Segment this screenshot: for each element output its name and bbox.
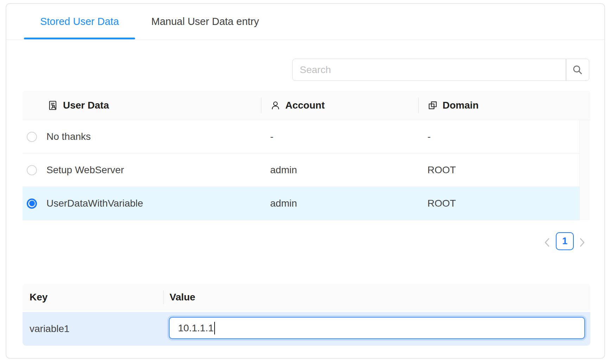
kv-table-row: variable1 10.1.1.1 (23, 312, 590, 346)
search-input[interactable] (292, 59, 566, 81)
column-divider (261, 98, 261, 113)
page-number: 1 (562, 236, 567, 247)
tab-label: Stored User Data (40, 16, 119, 27)
cell-user-data: No thanks (46, 131, 91, 142)
column-label: Account (285, 100, 325, 111)
pagination-next-button[interactable] (577, 235, 587, 250)
column-header-key: Key (23, 284, 163, 311)
chevron-right-icon (579, 238, 585, 247)
pagination-prev-button[interactable] (542, 235, 552, 250)
column-header-domain: Domain (418, 91, 590, 120)
tab-label: Manual User Data entry (151, 16, 259, 27)
table-header: User Data Account Domain (23, 91, 590, 120)
table-row-setup-webserver[interactable]: Setup WebServer admin ROOT (23, 154, 579, 187)
column-header-account: Account (261, 91, 418, 120)
cell-domain: ROOT (418, 154, 579, 187)
cell-domain: - (418, 120, 579, 153)
cell-key: variable1 (23, 323, 163, 334)
user-icon (270, 100, 281, 111)
table-scrollbar-track[interactable] (579, 120, 590, 220)
pagination-page-1[interactable]: 1 (556, 232, 574, 250)
cell-account: admin (261, 154, 418, 187)
table-row-no-thanks[interactable]: No thanks - - (23, 120, 579, 154)
tab-stored-user-data[interactable]: Stored User Data (24, 4, 135, 39)
column-header-user-data: User Data (23, 91, 261, 120)
table-row-userdatawithvariable[interactable]: UserDataWithVariable admin ROOT (23, 187, 579, 220)
user-data-table: User Data Account Domain (23, 91, 590, 220)
table-body: No thanks - - Setup WebServer admin ROOT… (23, 120, 579, 220)
cell-user-data: Setup WebServer (46, 164, 124, 176)
column-label: Domain (443, 100, 479, 111)
cell-account: - (261, 120, 418, 153)
text-caret (214, 322, 215, 334)
tab-manual-user-data-entry[interactable]: Manual User Data entry (151, 4, 259, 39)
chevron-left-icon (544, 238, 550, 247)
key-value-table: Key Value variable1 10.1.1.1 (23, 284, 590, 346)
value-input[interactable]: 10.1.1.1 (169, 317, 585, 339)
cell-user-data: UserDataWithVariable (46, 198, 143, 209)
search-button[interactable] (566, 59, 589, 81)
profile-document-icon (48, 100, 58, 111)
tabs-bar: Stored User Data Manual User Data entry (6, 4, 604, 40)
cell-domain: ROOT (418, 187, 579, 220)
magnifier-icon (572, 64, 583, 76)
kv-table-header: Key Value (23, 284, 590, 311)
radio-unchecked[interactable] (27, 165, 37, 175)
block-icon (427, 100, 438, 111)
radio-checked[interactable] (27, 199, 37, 209)
column-divider (163, 290, 164, 304)
column-header-value: Value (163, 284, 195, 311)
radio-unchecked[interactable] (27, 132, 37, 142)
cell-account: admin (261, 187, 418, 220)
user-data-panel: Stored User Data Manual User Data entry (6, 3, 605, 359)
column-label: User Data (63, 100, 109, 111)
column-divider (418, 98, 419, 113)
value-input-text: 10.1.1.1 (178, 323, 214, 334)
